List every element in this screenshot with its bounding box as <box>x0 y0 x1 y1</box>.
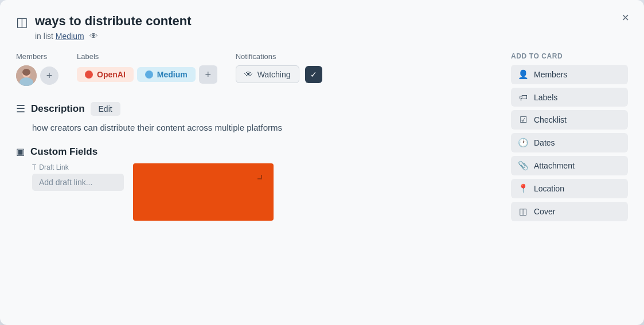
openai-label-text: OpenAI <box>97 70 126 79</box>
checklist-sidebar-icon: ☑ <box>518 115 528 125</box>
description-header: ☰ Description Edit <box>16 102 488 116</box>
sidebar-item-members[interactable]: 👤 Members <box>511 65 628 84</box>
draft-link-input[interactable]: Add draft link... <box>32 174 124 191</box>
sidebar-item-labels[interactable]: 🏷 Labels <box>511 88 628 107</box>
custom-fields-title: Custom Fields <box>30 146 97 158</box>
description-text: how creators can distribute their conten… <box>16 122 488 135</box>
add-to-card-label: Add to card <box>511 52 628 60</box>
add-label-button[interactable]: + <box>199 65 217 84</box>
members-items: + <box>16 65 58 86</box>
card-icon: ◫ <box>16 15 28 30</box>
sidebar-checklist-label: Checklist <box>534 115 567 124</box>
medium-label-text: Medium <box>157 70 188 79</box>
left-panel: Members + <box>16 52 502 311</box>
check-icon: ✓ <box>310 70 317 79</box>
dates-sidebar-icon: 🕐 <box>518 138 528 148</box>
sidebar-item-dates[interactable]: 🕐 Dates <box>511 133 628 152</box>
sidebar-attachment-label: Attachment <box>534 161 575 170</box>
custom-fields-section: ▣ Custom Fields T Draft Link Add draft l… <box>16 146 488 221</box>
sidebar-item-checklist[interactable]: ☑ Checklist <box>511 110 628 130</box>
main-content: Members + <box>16 52 628 311</box>
notifications-label: Notifications <box>236 52 322 61</box>
label-openai[interactable]: OpenAI <box>77 67 134 82</box>
labels-items: OpenAI Medium + <box>77 65 217 84</box>
right-panel: Add to card 👤 Members 🏷 Labels ☑ Checkli… <box>502 52 628 311</box>
watch-icon: 👁 <box>89 31 98 41</box>
card-modal: × ◫ ways to distribute content in list M… <box>0 0 644 325</box>
modal-header: ◫ ways to distribute content in list Med… <box>16 14 628 41</box>
label-medium[interactable]: Medium <box>137 67 196 82</box>
watching-label: Watching <box>257 70 291 79</box>
field-name: Draft Link <box>39 163 68 171</box>
labels-sidebar-icon: 🏷 <box>518 92 528 102</box>
list-prefix: in list <box>35 32 53 41</box>
field-type-label: T Draft Link <box>32 163 124 171</box>
members-label: Members <box>16 52 58 61</box>
field-type-icon: T <box>32 163 36 171</box>
close-button[interactable]: × <box>617 9 634 26</box>
eye-icon: 👁 <box>244 69 253 79</box>
labels-group: Labels OpenAI Medium + <box>77 52 217 84</box>
sidebar-members-label: Members <box>534 70 567 79</box>
custom-fields-body: T Draft Link Add draft link... <box>16 163 488 221</box>
sidebar-cover-label: Cover <box>534 207 555 216</box>
notifications-items: 👁 Watching ✓ <box>236 65 322 83</box>
orange-preview-box <box>133 163 274 221</box>
header-content: ways to distribute content in list Mediu… <box>35 14 628 41</box>
description-section: ☰ Description Edit how creators can dist… <box>16 102 488 135</box>
sidebar-labels-label: Labels <box>534 93 557 102</box>
location-sidebar-icon: 📍 <box>518 183 528 194</box>
draft-link-field: T Draft Link Add draft link... <box>32 163 124 191</box>
sidebar-item-cover[interactable]: ◫ Cover <box>511 202 628 221</box>
meta-row: Members + <box>16 52 488 86</box>
edit-description-button[interactable]: Edit <box>91 102 120 116</box>
attachment-sidebar-icon: 📎 <box>518 160 528 171</box>
sidebar-item-attachment[interactable]: 📎 Attachment <box>511 156 628 175</box>
watching-check[interactable]: ✓ <box>305 66 322 83</box>
cursor-indicator <box>257 175 262 179</box>
watching-button[interactable]: 👁 Watching <box>236 65 299 83</box>
cover-sidebar-icon: ◫ <box>518 206 528 217</box>
notifications-group: Notifications 👁 Watching ✓ <box>236 52 322 83</box>
openai-dot <box>85 71 93 79</box>
custom-fields-icon: ▣ <box>16 146 25 157</box>
labels-label: Labels <box>77 52 217 61</box>
card-title: ways to distribute content <box>35 14 628 29</box>
sidebar-dates-label: Dates <box>534 138 555 147</box>
list-name-link[interactable]: Medium <box>56 32 84 41</box>
description-icon: ☰ <box>16 103 25 115</box>
medium-dot <box>145 71 153 79</box>
members-sidebar-icon: 👤 <box>518 69 528 80</box>
description-title: Description <box>31 103 85 115</box>
add-member-button[interactable]: + <box>40 66 58 85</box>
members-group: Members + <box>16 52 58 86</box>
card-list-info: in list Medium 👁 <box>35 31 628 41</box>
avatar <box>16 65 37 86</box>
custom-fields-header: ▣ Custom Fields <box>16 146 488 158</box>
svg-point-3 <box>22 69 30 76</box>
sidebar-item-location[interactable]: 📍 Location <box>511 179 628 198</box>
sidebar-location-label: Location <box>534 184 564 193</box>
